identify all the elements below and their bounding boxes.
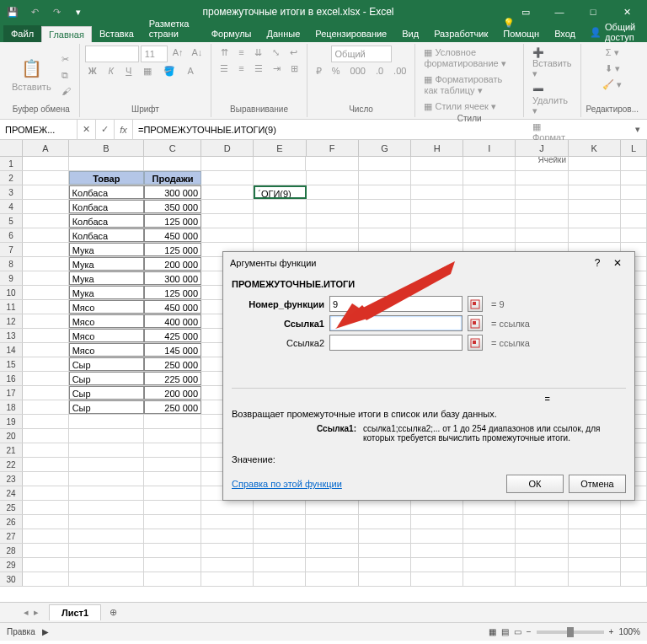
cell[interactable]: Мука	[69, 286, 144, 299]
cell[interactable]	[23, 529, 68, 543]
tab-developer[interactable]: Разработчик	[426, 25, 495, 42]
cell[interactable]	[516, 544, 568, 557]
wrap-text-icon[interactable]: ↩	[286, 46, 301, 60]
cell[interactable]: Мука	[69, 243, 144, 256]
cell[interactable]	[359, 200, 411, 213]
cell[interactable]: ´ОГИ(9)	[254, 185, 306, 199]
cell[interactable]	[23, 243, 68, 256]
cell[interactable]	[23, 271, 68, 285]
cell[interactable]	[23, 458, 68, 471]
cell[interactable]	[23, 372, 68, 385]
increase-font-icon[interactable]: A↑	[169, 46, 187, 62]
zoom-value[interactable]: 100%	[618, 627, 640, 636]
cell[interactable]	[359, 529, 411, 543]
cancel-button[interactable]: Отмена	[569, 475, 626, 493]
expand-formula-icon[interactable]: ▾	[628, 120, 647, 139]
cell[interactable]	[201, 515, 254, 529]
cell[interactable]	[69, 458, 144, 471]
row-header[interactable]: 21	[0, 443, 23, 457]
cell[interactable]	[254, 501, 306, 514]
cell[interactable]	[69, 572, 144, 586]
cell[interactable]	[201, 544, 254, 557]
cell[interactable]: 125 000	[144, 286, 201, 299]
row-header[interactable]: 5	[0, 214, 23, 228]
cell[interactable]	[359, 515, 411, 529]
cell[interactable]: 225 000	[144, 372, 201, 385]
close-icon[interactable]: ✕	[610, 0, 644, 24]
orientation-icon[interactable]: ⤡	[269, 46, 283, 60]
cell[interactable]	[23, 157, 68, 170]
formula-bar[interactable]: =ПРОМЕЖУТОЧНЫЕ.ИТОГИ(9)	[133, 125, 628, 135]
cell[interactable]: Мука	[69, 257, 144, 271]
cell[interactable]: Сыр	[69, 386, 144, 400]
tab-formulas[interactable]: Формулы	[204, 25, 259, 42]
cell[interactable]	[69, 529, 144, 543]
currency-icon[interactable]: ₽	[313, 64, 325, 78]
cell[interactable]	[144, 529, 201, 543]
cell[interactable]: Сыр	[69, 357, 144, 371]
cell[interactable]	[23, 185, 68, 199]
row-header[interactable]: 12	[0, 314, 23, 328]
row-header[interactable]: 7	[0, 243, 23, 256]
cell[interactable]	[569, 214, 621, 228]
cell[interactable]	[306, 501, 358, 514]
format-table-button[interactable]: ▦ Форматировать как таблицу ▾	[420, 72, 518, 98]
cell[interactable]	[411, 501, 463, 514]
cell[interactable]: Сыр	[69, 400, 144, 414]
cell[interactable]	[23, 357, 68, 371]
row-header[interactable]: 28	[0, 544, 23, 557]
cell[interactable]	[621, 200, 647, 213]
cell[interactable]: 250 000	[144, 357, 201, 371]
cell[interactable]	[23, 501, 68, 514]
cell[interactable]: Сыр	[69, 372, 144, 385]
cell[interactable]	[621, 157, 647, 170]
cell[interactable]	[359, 228, 411, 242]
cell[interactable]	[201, 572, 254, 586]
cell[interactable]	[254, 558, 306, 572]
cell[interactable]	[516, 185, 568, 199]
zoom-out-icon[interactable]: −	[527, 627, 532, 636]
cell[interactable]	[306, 515, 358, 529]
cell[interactable]	[463, 529, 516, 543]
cell[interactable]	[23, 472, 68, 486]
cell[interactable]	[306, 558, 358, 572]
font-color-icon[interactable]: A	[184, 64, 196, 78]
cell[interactable]	[69, 443, 144, 457]
cell[interactable]	[144, 515, 201, 529]
cell[interactable]	[201, 171, 254, 185]
cell[interactable]	[569, 171, 621, 185]
format-painter-icon[interactable]: 🖌	[58, 84, 74, 98]
cell[interactable]	[359, 572, 411, 586]
cell[interactable]	[23, 429, 68, 443]
col-header[interactable]: G	[359, 140, 411, 156]
cell[interactable]: Мясо	[69, 300, 144, 314]
help-link[interactable]: Справка по этой функции	[232, 479, 342, 489]
cell[interactable]	[621, 544, 647, 557]
cell[interactable]	[254, 200, 306, 213]
cell[interactable]	[254, 214, 306, 228]
cell[interactable]: 125 000	[144, 243, 201, 256]
cell[interactable]	[23, 544, 68, 557]
row-header[interactable]: 25	[0, 501, 23, 514]
cell[interactable]	[411, 228, 463, 242]
arg-input[interactable]	[329, 315, 463, 331]
cell[interactable]	[411, 171, 463, 185]
cell[interactable]	[144, 486, 201, 500]
cell[interactable]	[144, 429, 201, 443]
cell[interactable]: Товар	[69, 171, 144, 185]
cell[interactable]	[306, 572, 358, 586]
col-header[interactable]: A	[23, 140, 68, 156]
tab-data[interactable]: Данные	[259, 25, 308, 42]
fx-icon[interactable]: fx	[115, 120, 133, 139]
arg-input[interactable]	[329, 296, 463, 312]
dialog-help-icon[interactable]: ?	[587, 257, 607, 269]
border-icon[interactable]: ▦	[140, 64, 155, 78]
cell[interactable]	[307, 171, 359, 185]
delete-cells-button[interactable]: ➖ Удалить ▾	[529, 83, 575, 118]
dialog-close-icon[interactable]: ✕	[607, 257, 628, 269]
col-header[interactable]: C	[144, 140, 201, 156]
col-header[interactable]: K	[569, 140, 621, 156]
row-header[interactable]: 8	[0, 257, 23, 271]
cell[interactable]	[144, 443, 201, 457]
row-header[interactable]: 2	[0, 171, 23, 185]
